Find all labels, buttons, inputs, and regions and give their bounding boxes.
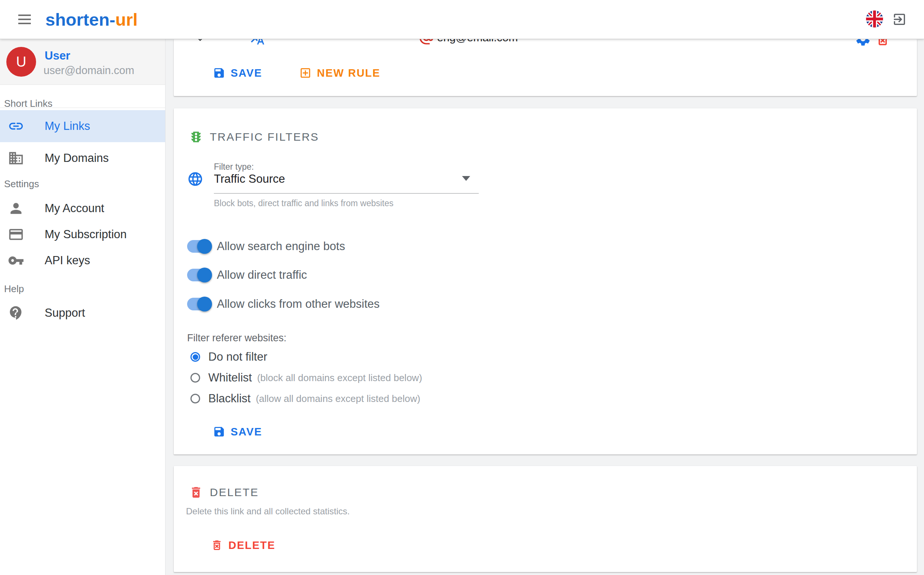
delete-description: Delete this link and all collected stati…	[186, 506, 350, 516]
trash-icon[interactable]	[875, 39, 891, 47]
help-bubble-icon	[8, 305, 24, 321]
sidebar-item-my-links[interactable]: My Links	[0, 110, 165, 142]
user-name: User	[44, 49, 70, 62]
toggle-row-other-websites: Allow clicks from other websites	[187, 293, 380, 315]
main-content: eng@email.com SAVE NEW RULE TRAFFIC FILT…	[166, 39, 924, 575]
toggle-label: Allow clicks from other websites	[217, 297, 380, 311]
save-icon	[213, 67, 225, 79]
traffic-filters-card: TRAFFIC FILTERS Filter type: Traffic Sou…	[174, 108, 917, 454]
traffic-filters-header: TRAFFIC FILTERS	[189, 130, 319, 144]
toggle-thumb	[197, 239, 212, 254]
sidebar-item-support[interactable]: Support	[0, 297, 165, 329]
gear-icon[interactable]	[854, 39, 872, 47]
delete-button[interactable]: DELETE	[211, 534, 275, 556]
add-box-icon	[299, 67, 312, 79]
sidebar-item-label: Support	[44, 306, 85, 320]
toggle-label: Allow direct traffic	[217, 268, 307, 282]
section-label-help: Help	[4, 283, 24, 295]
radio-blacklist[interactable]: Blacklist (allow all domains except list…	[190, 388, 420, 409]
page: shorten-url U User user@domain.com	[0, 0, 924, 575]
radio-unselected-icon	[190, 394, 200, 403]
traffic-light-icon	[189, 130, 203, 144]
new-rule-button-label: NEW RULE	[317, 67, 380, 79]
select-underline	[214, 193, 479, 194]
building-icon	[8, 150, 24, 166]
save-icon	[213, 426, 225, 438]
sidebar-item-api-keys[interactable]: API keys	[0, 245, 165, 276]
rules-card: eng@email.com SAVE NEW RULE	[174, 39, 917, 96]
toggle-label: Allow search engine bots	[217, 240, 345, 253]
sidebar: U User user@domain.com Short Links My Li…	[0, 39, 166, 575]
new-rule-button[interactable]: NEW RULE	[299, 62, 380, 84]
globe-icon	[187, 171, 203, 187]
app-logo[interactable]: shorten-url	[45, 9, 138, 30]
credit-card-icon	[8, 226, 24, 243]
save-button-label: SAVE	[231, 67, 262, 79]
card-title: DELETE	[210, 486, 259, 499]
radio-hint: (allow all domains except listed below)	[256, 393, 420, 405]
toggle-thumb	[197, 297, 212, 311]
save-button-label: SAVE	[231, 426, 262, 438]
trash-filled-icon	[189, 485, 203, 499]
sidebar-item-label: API keys	[44, 254, 90, 267]
user-profile[interactable]: U User user@domain.com	[0, 39, 165, 85]
radio-label: Do not filter	[208, 350, 268, 364]
radio-hint: (block all domains except listed below)	[257, 372, 422, 384]
filter-type-label: Filter type:	[214, 162, 254, 172]
uk-flag-icon[interactable]	[866, 10, 883, 27]
radio-whitelist[interactable]: Whitelist (block all domains except list…	[190, 367, 422, 388]
user-email: user@domain.com	[44, 64, 134, 77]
filter-type-select[interactable]: Traffic Source	[214, 172, 285, 186]
toggle-row-search-bots: Allow search engine bots	[187, 235, 345, 257]
toggle-allow-direct-traffic[interactable]	[187, 269, 211, 281]
card-title: TRAFFIC FILTERS	[210, 131, 319, 143]
save-button[interactable]: SAVE	[213, 62, 262, 84]
delete-card: DELETE Delete this link and all collecte…	[174, 466, 917, 572]
sidebar-item-my-domains[interactable]: My Domains	[0, 142, 165, 174]
referer-filter-label: Filter referer websites:	[187, 332, 287, 344]
toggle-row-direct-traffic: Allow direct traffic	[187, 264, 307, 286]
dropdown-arrow-icon[interactable]	[462, 176, 470, 181]
trash-outline-icon	[211, 539, 223, 551]
delete-header: DELETE	[189, 485, 259, 499]
toggle-allow-search-bots[interactable]	[187, 240, 211, 253]
divider	[0, 108, 165, 108]
key-icon	[8, 253, 24, 269]
sidebar-item-label: My Links	[44, 119, 90, 133]
radio-do-not-filter[interactable]: Do not filter	[190, 346, 268, 367]
translate-icon	[249, 39, 265, 46]
rule-email-text: eng@email.com	[437, 39, 518, 44]
save-filters-button[interactable]: SAVE	[213, 421, 262, 443]
person-icon	[8, 200, 24, 217]
logo-secondary: url	[115, 10, 138, 29]
radio-unselected-icon	[190, 373, 200, 383]
sidebar-item-label: My Subscription	[44, 228, 127, 241]
logout-icon[interactable]	[892, 12, 907, 27]
toggle-allow-other-websites[interactable]	[187, 298, 211, 310]
chevron-down-icon[interactable]	[194, 39, 206, 45]
hamburger-menu-icon[interactable]	[18, 14, 31, 25]
at-email-icon	[418, 39, 434, 46]
top-app-bar: shorten-url	[0, 0, 924, 39]
sidebar-item-label: My Domains	[44, 151, 109, 165]
sidebar-item-label: My Account	[44, 202, 104, 215]
filter-type-hint: Block bots, direct traffic and links fro…	[214, 199, 393, 208]
radio-selected-icon	[190, 352, 200, 362]
link-icon	[8, 118, 24, 134]
delete-button-label: DELETE	[228, 539, 275, 551]
section-label-settings: Settings	[4, 178, 39, 190]
radio-label: Whitelist	[208, 371, 252, 384]
radio-label: Blacklist	[208, 392, 251, 405]
logo-primary: shorten-	[45, 10, 115, 29]
avatar: U	[6, 47, 36, 77]
toggle-thumb	[197, 268, 212, 283]
